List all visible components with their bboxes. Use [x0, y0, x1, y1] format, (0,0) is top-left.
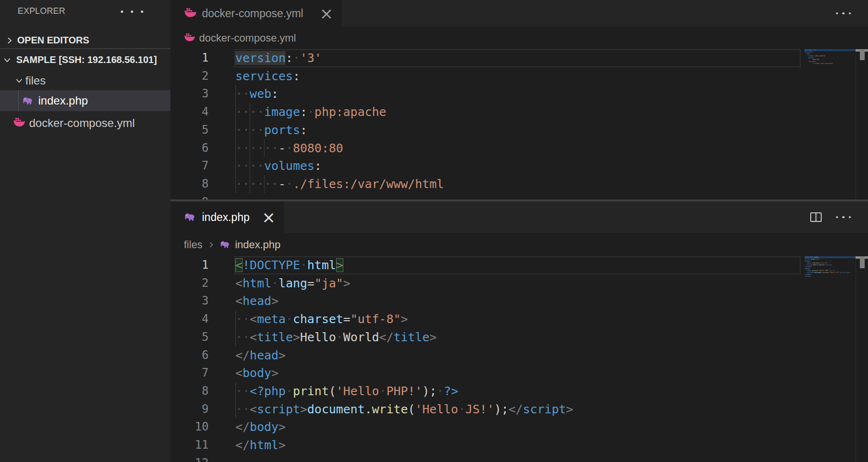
code-text: ····image:·php:apache — [235, 103, 386, 121]
code-line[interactable]: 9··<script>document.write('Hello·JS!');<… — [170, 400, 868, 419]
docker-file-icon — [184, 32, 195, 43]
line-number[interactable]: 6 — [170, 139, 209, 158]
code-line[interactable]: 10</body> — [170, 418, 868, 436]
minimap-border — [856, 49, 856, 200]
line-number[interactable]: 9 — [170, 400, 209, 419]
code-line[interactable]: 4··<meta·charset="utf-8"> — [170, 310, 868, 328]
line-number[interactable]: 9 — [170, 193, 209, 200]
line-number[interactable]: 2 — [170, 67, 209, 85]
code-line[interactable]: 3<head> — [170, 292, 868, 310]
explorer-more-actions-icon[interactable] — [121, 10, 143, 13]
breadcrumb[interactable]: docker-compose.yml — [170, 27, 868, 49]
code-text: ··<title>Hello·World</title> — [235, 328, 437, 346]
breadcrumb-item[interactable]: index.php — [235, 239, 280, 251]
code-line[interactable]: 5····ports: — [170, 121, 868, 139]
editor-actions — [836, 0, 868, 27]
vscode-window: EXPLORER OPEN EDITORS SAMPLE [SSH: 192.1… — [0, 0, 868, 462]
code-editor-php[interactable]: 1<!DOCTYPE·html>2<html·lang="ja">3<head>… — [170, 256, 868, 462]
tree-item-docker-compose[interactable]: docker-compose.yml — [0, 113, 170, 133]
minimap[interactable]: version: '3'services: web: image: php:ap… — [802, 49, 856, 66]
open-editors-section-header[interactable]: OPEN EDITORS — [0, 30, 170, 51]
tab-docker-compose-yml[interactable]: docker-compose.yml × — [170, 0, 342, 27]
workspace-label: SAMPLE [SSH: 192.168.56.101] — [16, 54, 157, 65]
code-line[interactable]: 8······-·./files:/var/www/html — [170, 175, 868, 193]
code-line[interactable]: 7<body> — [170, 364, 868, 382]
line-number[interactable]: 10 — [170, 418, 209, 436]
tab-bar: docker-compose.yml × — [170, 0, 868, 27]
breadcrumb[interactable]: files index.php — [170, 233, 868, 256]
more-actions-icon[interactable] — [836, 12, 851, 15]
line-number[interactable]: 3 — [170, 85, 209, 103]
code-line[interactable]: 7····volumes: — [170, 157, 868, 175]
line-number[interactable]: 5 — [170, 121, 209, 139]
split-editor-icon[interactable] — [810, 212, 822, 222]
more-actions-icon[interactable] — [836, 216, 851, 219]
code-line[interactable]: 11</html> — [170, 436, 868, 454]
line-number[interactable]: 6 — [170, 346, 209, 365]
code-text: services: — [235, 67, 300, 85]
line-number[interactable]: 7 — [170, 157, 209, 175]
line-number[interactable]: 3 — [170, 292, 209, 310]
code-line[interactable]: 2services: — [170, 67, 868, 85]
explorer-sidebar: EXPLORER OPEN EDITORS SAMPLE [SSH: 192.1… — [0, 0, 170, 462]
scrollbar-thumb[interactable] — [860, 49, 865, 60]
code-line[interactable]: 9 — [170, 193, 868, 200]
code-text: ······-·8080:80 — [235, 139, 343, 158]
minimap-border — [856, 256, 856, 462]
code-text: </html> — [235, 436, 286, 454]
line-number[interactable]: 1 — [170, 49, 209, 67]
docker-file-icon — [184, 7, 196, 20]
line-number[interactable]: 4 — [170, 103, 209, 121]
minimap-line — [804, 64, 856, 66]
minimap[interactable]: <!DOCTYPE html><html lang="ja"><head> <m… — [802, 256, 856, 279]
breadcrumb-item[interactable]: docker-compose.yml — [199, 32, 296, 44]
code-line[interactable]: 2<html·lang="ja"> — [170, 274, 868, 293]
tree-item-files[interactable]: files — [0, 70, 170, 91]
workspace-section-header[interactable]: SAMPLE [SSH: 192.168.56.101] — [0, 50, 170, 70]
code-text: version:·'3' — [235, 49, 322, 67]
breadcrumb-item[interactable]: files — [184, 239, 202, 251]
line-number[interactable]: 2 — [170, 274, 209, 293]
scrollbar-thumb[interactable] — [860, 256, 865, 268]
tab-bar: index.php × — [170, 201, 868, 233]
line-number[interactable]: 8 — [170, 382, 209, 400]
code-text: </body> — [235, 418, 286, 436]
code-line[interactable]: 12 — [170, 454, 868, 462]
line-number[interactable]: 5 — [170, 328, 209, 346]
code-editor-yaml[interactable]: 1version:·'3'2services:3··web:4····image… — [170, 49, 868, 200]
open-editors-label: OPEN EDITORS — [17, 35, 89, 46]
php-file-icon — [184, 211, 196, 223]
editor-area: docker-compose.yml × docker-compose.yml … — [170, 0, 868, 462]
code-line[interactable]: 6</head> — [170, 346, 868, 365]
close-icon[interactable]: × — [320, 7, 334, 20]
line-number[interactable]: 4 — [170, 310, 209, 328]
code-line[interactable]: 5··<title>Hello·World</title> — [170, 328, 868, 346]
line-number[interactable]: 8 — [170, 175, 209, 193]
code-line[interactable]: 1<!DOCTYPE·html> — [170, 256, 868, 274]
line-number[interactable]: 11 — [170, 436, 209, 454]
code-line[interactable]: 3··web: — [170, 85, 868, 103]
tree-item-index-php[interactable]: index.php — [0, 90, 170, 111]
code-text: ····volumes: — [235, 157, 322, 175]
code-text: ··<meta·charset="utf-8"> — [235, 310, 408, 328]
code-line[interactable]: 4····image:·php:apache — [170, 103, 868, 121]
line-number[interactable]: 1 — [170, 256, 209, 274]
editor-actions — [810, 201, 868, 233]
editor-group-divider[interactable] — [170, 200, 868, 201]
tree-indent-guide — [18, 90, 19, 111]
minimap-line — [804, 277, 856, 279]
line-number[interactable]: 7 — [170, 364, 209, 382]
tree-item-label: index.php — [38, 94, 88, 107]
code-text: <html·lang="ja"> — [235, 274, 350, 293]
tab-index-php[interactable]: index.php × — [170, 201, 284, 233]
php-file-icon — [220, 239, 231, 250]
docker-file-icon — [13, 117, 25, 129]
code-line[interactable]: 6······-·8080:80 — [170, 139, 868, 158]
code-line[interactable]: 1version:·'3' — [170, 49, 868, 67]
code-line[interactable]: 8··<?php·print('Hello·PHP!');·?> — [170, 382, 868, 400]
line-number[interactable]: 12 — [170, 454, 209, 462]
code-text: <!DOCTYPE·html> — [235, 256, 343, 274]
code-text: ··<?php·print('Hello·PHP!');·?> — [235, 382, 458, 400]
tab-label: docker-compose.yml — [202, 7, 315, 20]
close-icon[interactable]: × — [262, 211, 276, 223]
